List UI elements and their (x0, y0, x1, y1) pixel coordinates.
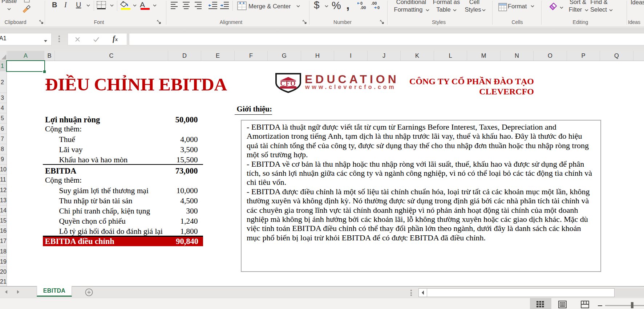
svg-text:.00: .00 (371, 1, 377, 5)
svg-text:0: 0 (360, 1, 362, 5)
svg-text:.00: .00 (360, 5, 366, 10)
svg-text:0: 0 (377, 5, 380, 10)
svg-text:CFO: CFO (280, 80, 296, 87)
